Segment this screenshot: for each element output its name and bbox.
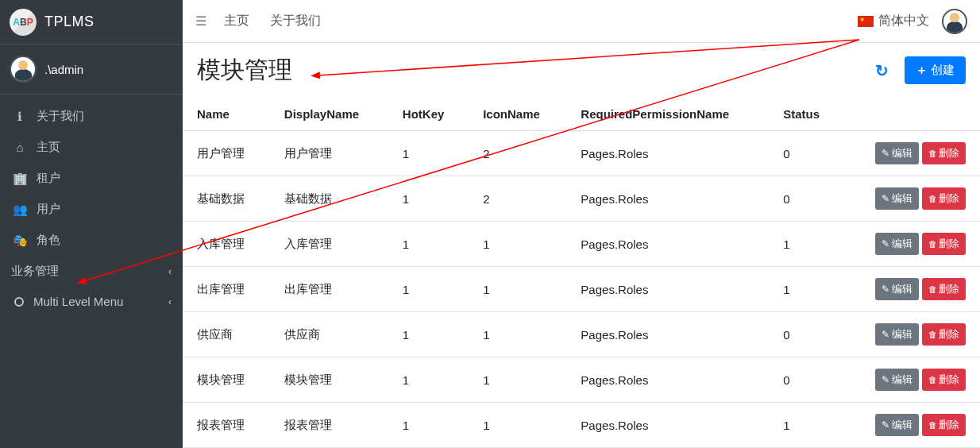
table-cell-actions: 编辑删除 — [843, 222, 980, 267]
table-cell: 0 — [769, 357, 843, 403]
table-cell: 1 — [388, 312, 469, 357]
table-cell: 报表管理 — [183, 403, 270, 448]
table-cell: 1 — [388, 176, 469, 222]
table-cell: 0 — [769, 131, 843, 176]
menu-toggle-icon[interactable]: ☰ — [195, 14, 206, 29]
edit-button[interactable]: 编辑 — [875, 142, 919, 164]
delete-button[interactable]: 删除 — [922, 233, 966, 255]
page-header: 模块管理 ↻ ＋创建 — [183, 43, 980, 98]
table-cell: 1 — [769, 403, 843, 448]
table-cell: Pages.Roles — [566, 176, 769, 222]
table-row: 用户管理用户管理12Pages.Roles0编辑删除 — [183, 131, 980, 176]
refresh-button[interactable]: ↻ — [875, 61, 889, 80]
masks-icon: 🎭 — [11, 234, 29, 248]
chevron-left-icon: ‹ — [168, 266, 172, 277]
avatar-icon — [10, 56, 37, 83]
user-panel[interactable]: .\admin — [0, 44, 183, 95]
chevron-left-icon: ‹ — [168, 296, 172, 307]
table-row: 入库管理入库管理11Pages.Roles1编辑删除 — [183, 222, 980, 267]
table-cell: 1 — [769, 267, 843, 312]
table-header: IconName — [469, 98, 566, 131]
table-cell: 1 — [469, 357, 566, 403]
table-cell: Pages.Roles — [566, 357, 769, 403]
sidebar-nav: ℹ关于我们 ⌂主页 🏢租户 👥用户 🎭角色 业务管理‹ Multi Level … — [0, 95, 183, 322]
sidebar-item-label: 用户 — [37, 202, 60, 217]
table-cell: 报表管理 — [270, 403, 388, 448]
sidebar-item-label: 关于我们 — [37, 109, 84, 124]
table-row: 模块管理模块管理11Pages.Roles0编辑删除 — [183, 357, 980, 403]
topbar-link-about[interactable]: 关于我们 — [270, 13, 321, 29]
sidebar-item-about[interactable]: ℹ关于我们 — [0, 101, 183, 132]
building-icon: 🏢 — [11, 172, 29, 186]
table-cell: 1 — [388, 403, 469, 448]
table-cell: Pages.Roles — [566, 267, 769, 312]
delete-button[interactable]: 删除 — [922, 369, 966, 391]
table-cell-actions: 编辑删除 — [843, 357, 980, 403]
info-icon: ℹ — [11, 110, 29, 124]
language-selector[interactable]: 简体中文 — [858, 13, 929, 29]
table-cell: 1 — [388, 222, 469, 267]
table-cell: 1 — [769, 222, 843, 267]
users-icon: 👥 — [11, 203, 29, 217]
modules-table: NameDisplayNameHotKeyIconNameRequiredPer… — [183, 98, 980, 448]
language-label: 简体中文 — [878, 13, 929, 29]
table-cell: 1 — [469, 267, 566, 312]
table-cell: 出库管理 — [183, 267, 270, 312]
sidebar-item-users[interactable]: 👥用户 — [0, 194, 183, 225]
edit-button[interactable]: 编辑 — [875, 233, 919, 255]
table-cell: 出库管理 — [270, 267, 388, 312]
main-content: ☰ 主页 关于我们 简体中文 模块管理 ↻ ＋创建 NameDisplayNam… — [183, 0, 980, 448]
table-cell: Pages.Roles — [566, 312, 769, 357]
sidebar-item-label: Multi Level Menu — [33, 295, 123, 308]
table-cell-actions: 编辑删除 — [843, 176, 980, 222]
circle-icon — [14, 297, 24, 307]
table-header: RequiredPermissionName — [566, 98, 769, 131]
table-row: 报表管理报表管理11Pages.Roles1编辑删除 — [183, 403, 980, 448]
table-header-actions — [843, 98, 980, 131]
create-button[interactable]: ＋创建 — [905, 56, 966, 84]
delete-button[interactable]: 删除 — [922, 414, 966, 436]
table-cell: 用户管理 — [270, 131, 388, 176]
table-cell: 基础数据 — [183, 176, 270, 222]
delete-button[interactable]: 删除 — [922, 142, 966, 164]
table-cell: 1 — [469, 312, 566, 357]
table-cell: 1 — [388, 267, 469, 312]
edit-button[interactable]: 编辑 — [875, 187, 919, 210]
table-cell-actions: 编辑删除 — [843, 267, 980, 312]
sidebar-item-tenants[interactable]: 🏢租户 — [0, 163, 183, 194]
table-row: 出库管理出库管理11Pages.Roles1编辑删除 — [183, 267, 980, 312]
edit-button[interactable]: 编辑 — [875, 414, 919, 436]
plus-icon: ＋ — [916, 63, 928, 78]
table-cell: 0 — [769, 312, 843, 357]
table-cell: 供应商 — [183, 312, 270, 357]
user-name: .\admin — [44, 63, 83, 76]
sidebar-item-multilevel[interactable]: Multi Level Menu‹ — [0, 287, 183, 316]
home-icon: ⌂ — [11, 141, 29, 154]
table-cell: 用户管理 — [183, 131, 270, 176]
edit-button[interactable]: 编辑 — [875, 278, 919, 300]
delete-button[interactable]: 删除 — [922, 323, 966, 346]
table-cell: Pages.Roles — [566, 222, 769, 267]
edit-button[interactable]: 编辑 — [875, 369, 919, 391]
delete-button[interactable]: 删除 — [922, 278, 966, 300]
table-row: 基础数据基础数据12Pages.Roles0编辑删除 — [183, 176, 980, 222]
table-cell: 1 — [469, 403, 566, 448]
table-header: DisplayName — [270, 98, 388, 131]
table-cell: 2 — [469, 131, 566, 176]
topbar-link-home[interactable]: 主页 — [224, 13, 249, 29]
sidebar-item-roles[interactable]: 🎭角色 — [0, 225, 183, 256]
table-cell-actions: 编辑删除 — [843, 403, 980, 448]
table-cell: Pages.Roles — [566, 403, 769, 448]
table-cell: 模块管理 — [270, 357, 388, 403]
sidebar: ABP TPLMS .\admin ℹ关于我们 ⌂主页 🏢租户 👥用户 🎭角色 … — [0, 0, 183, 448]
table-cell: 1 — [469, 222, 566, 267]
edit-button[interactable]: 编辑 — [875, 323, 919, 346]
brand[interactable]: ABP TPLMS — [0, 0, 183, 44]
brand-logo-icon: ABP — [10, 9, 37, 36]
user-avatar-icon[interactable] — [942, 9, 967, 34]
table-header: HotKey — [388, 98, 469, 131]
sidebar-item-home[interactable]: ⌂主页 — [0, 132, 183, 163]
topbar: ☰ 主页 关于我们 简体中文 — [183, 0, 980, 43]
delete-button[interactable]: 删除 — [922, 187, 966, 210]
sidebar-item-business[interactable]: 业务管理‹ — [0, 256, 183, 287]
